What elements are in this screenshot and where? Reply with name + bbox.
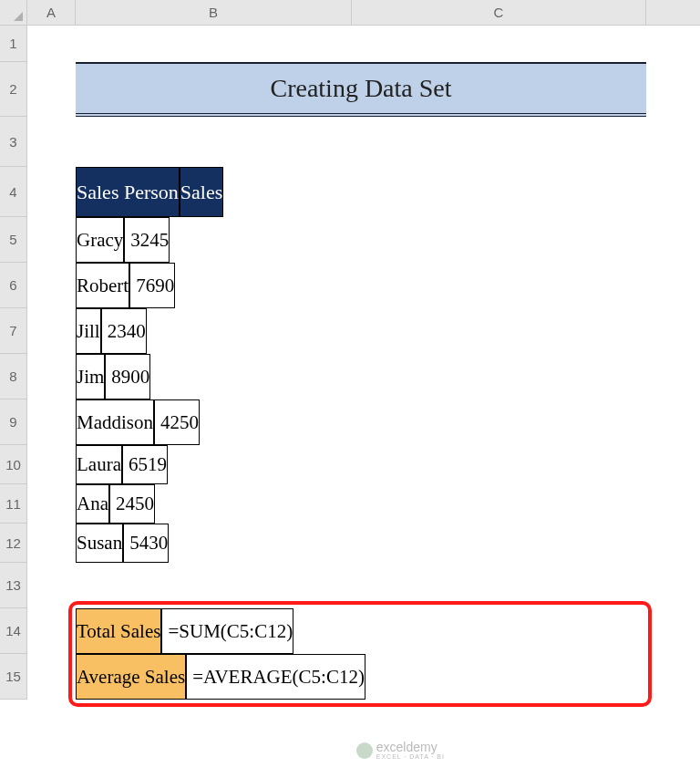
row-header-3[interactable]: 3 — [0, 117, 27, 167]
cell-c13[interactable] — [352, 563, 646, 608]
watermark-sub: EXCEL · DATA · BI — [376, 753, 445, 760]
cell-b12[interactable]: Susan — [76, 524, 123, 563]
cell-b13[interactable] — [76, 563, 352, 608]
cell-b6[interactable]: Robert — [76, 263, 129, 308]
cell-a9[interactable] — [27, 399, 76, 445]
cell-b15-avg-label[interactable]: Average Sales — [76, 654, 186, 700]
row-7: Jill 2340 — [27, 308, 147, 354]
cell-c15-avg-value[interactable]: =AVERAGE(C5:C12) — [186, 654, 365, 700]
cell-a1[interactable] — [27, 26, 76, 62]
row-2: Creating Data Set — [27, 62, 646, 117]
cell-a13[interactable] — [27, 563, 76, 608]
row-6: Robert 7690 — [27, 263, 175, 308]
cell-b5[interactable]: Gracy — [76, 217, 124, 263]
row-header-1[interactable]: 1 — [0, 26, 27, 62]
cell-b9[interactable]: Maddison — [76, 399, 154, 445]
row-13 — [27, 563, 646, 608]
row-header-9[interactable]: 9 — [0, 399, 27, 445]
row-header-8[interactable]: 8 — [0, 354, 27, 399]
row-header-2[interactable]: 2 — [0, 62, 27, 117]
cell-c14-total-value[interactable]: =SUM(C5:C12) — [161, 608, 293, 654]
cell-c10[interactable]: 6519 — [122, 445, 168, 484]
watermark-brand: exceldemy — [376, 741, 445, 753]
cell-c3[interactable] — [352, 117, 646, 167]
col-header-a[interactable]: A — [27, 0, 76, 25]
cell-a8[interactable] — [27, 354, 76, 399]
spreadsheet: A B C 1 2 Creating Data Set 3 4 Sales Pe… — [0, 0, 700, 778]
cell-c1[interactable] — [352, 26, 646, 62]
row-14: Total Sales =SUM(C5:C12) — [27, 608, 293, 654]
row-4: Sales Person Sales — [27, 167, 223, 217]
header-sales-person[interactable]: Sales Person — [76, 167, 180, 217]
row-3 — [27, 117, 646, 167]
cell-b11[interactable]: Ana — [76, 484, 109, 524]
watermark: exceldemy EXCEL · DATA · BI — [356, 741, 445, 760]
cell-c5[interactable]: 3245 — [124, 217, 170, 263]
row-header-14[interactable]: 14 — [0, 608, 27, 654]
row-8: Jim 8900 — [27, 354, 150, 399]
row-header-11[interactable]: 11 — [0, 484, 27, 524]
row-header-6[interactable]: 6 — [0, 263, 27, 308]
row-header-12[interactable]: 12 — [0, 524, 27, 563]
cell-a5[interactable] — [27, 217, 76, 263]
cell-a14[interactable] — [27, 608, 76, 654]
row-11: Ana 2450 — [27, 484, 155, 524]
cell-a12[interactable] — [27, 524, 76, 563]
select-all-triangle[interactable] — [0, 0, 27, 26]
cell-c6[interactable]: 7690 — [129, 263, 175, 308]
cell-b8[interactable]: Jim — [76, 354, 105, 399]
cell-a4[interactable] — [27, 167, 76, 217]
cell-a11[interactable] — [27, 484, 76, 524]
cell-a10[interactable] — [27, 445, 76, 484]
row-1 — [27, 26, 646, 62]
cell-c12[interactable]: 5430 — [123, 524, 169, 563]
row-header-13[interactable]: 13 — [0, 563, 27, 608]
column-headers: A B C — [0, 0, 700, 26]
cell-a7[interactable] — [27, 308, 76, 354]
row-12: Susan 5430 — [27, 524, 169, 563]
row-5: Gracy 3245 — [27, 217, 170, 263]
col-header-b[interactable]: B — [76, 0, 352, 25]
row-9: Maddison 4250 — [27, 399, 200, 445]
cell-b14-total-label[interactable]: Total Sales — [76, 608, 161, 654]
cell-c7[interactable]: 2340 — [101, 308, 147, 354]
cell-a3[interactable] — [27, 117, 76, 167]
cell-a6[interactable] — [27, 263, 76, 308]
cell-c8[interactable]: 8900 — [105, 354, 150, 399]
cell-b2-title[interactable]: Creating Data Set — [76, 62, 646, 117]
row-header-5[interactable]: 5 — [0, 217, 27, 263]
cell-b7[interactable]: Jill — [76, 308, 101, 354]
cell-a2[interactable] — [27, 62, 76, 117]
col-header-c[interactable]: C — [352, 0, 646, 25]
header-sales[interactable]: Sales — [180, 167, 223, 217]
cell-b1[interactable] — [76, 26, 352, 62]
cell-b3[interactable] — [76, 117, 352, 167]
cell-a15[interactable] — [27, 654, 76, 700]
cell-c11[interactable]: 2450 — [109, 484, 155, 524]
cell-b10[interactable]: Laura — [76, 445, 122, 484]
row-header-7[interactable]: 7 — [0, 308, 27, 354]
row-header-4[interactable]: 4 — [0, 167, 27, 217]
cell-c9[interactable]: 4250 — [154, 399, 200, 445]
row-header-10[interactable]: 10 — [0, 445, 27, 484]
row-15: Average Sales =AVERAGE(C5:C12) — [27, 654, 365, 700]
row-10: Laura 6519 — [27, 445, 168, 484]
watermark-icon — [356, 742, 373, 759]
row-header-15[interactable]: 15 — [0, 654, 27, 700]
